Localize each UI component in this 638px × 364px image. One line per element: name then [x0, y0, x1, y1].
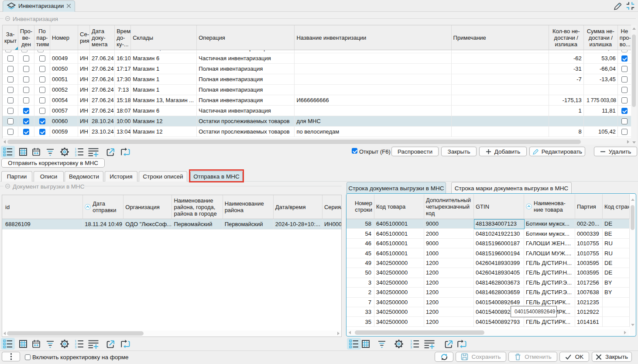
svg-text:2: 2: [75, 151, 76, 154]
svg-text:1: 1: [75, 340, 76, 343]
svg-text:3: 3: [410, 346, 412, 349]
svg-text:2: 2: [75, 343, 76, 346]
svg-text:3: 3: [75, 154, 76, 157]
svg-text:1: 1: [410, 340, 412, 343]
svg-text:3: 3: [75, 346, 76, 349]
svg-text:2: 2: [410, 343, 412, 346]
svg-text:1: 1: [75, 148, 76, 151]
